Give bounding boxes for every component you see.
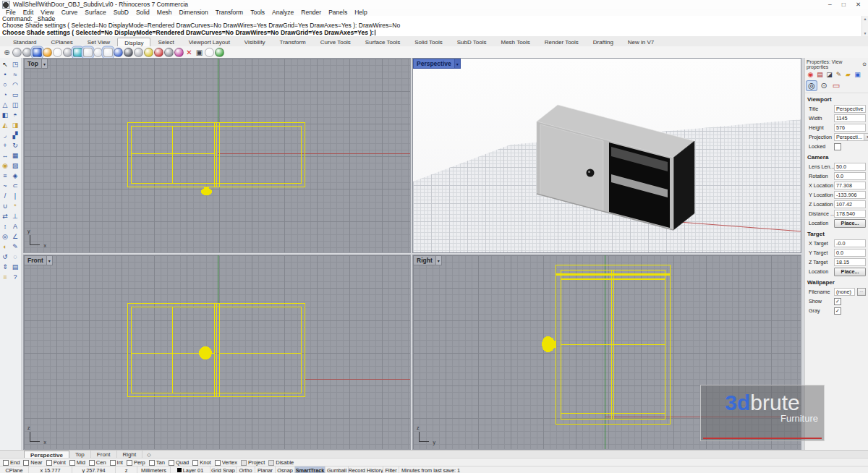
- status-planar-toggle[interactable]: Planar: [255, 466, 276, 473]
- flat-shade-icon[interactable]: [134, 48, 143, 57]
- properties-panel-tab-icon[interactable]: ◉: [807, 71, 814, 79]
- scale-icon[interactable]: ↔: [1, 151, 10, 161]
- extrude-icon[interactable]: ◨: [11, 121, 20, 130]
- hatch-icon[interactable]: ▞: [11, 131, 20, 140]
- camera-lens-icon[interactable]: ⊙: [819, 81, 829, 90]
- prop-x-location-field[interactable]: 77.308: [834, 182, 866, 189]
- folder-panel-tab-icon[interactable]: ▰: [844, 71, 852, 79]
- prop-wallpaper-browse-button[interactable]: ...: [857, 288, 866, 296]
- shaded-display-icon[interactable]: [12, 48, 22, 57]
- scroll-down-icon[interactable]: ▼: [864, 31, 867, 35]
- help-icon[interactable]: ?: [11, 273, 20, 282]
- osnap-vertex-checkbox[interactable]: Vertex: [215, 459, 237, 466]
- menu-item-view[interactable]: View: [37, 9, 57, 16]
- rectangle-icon[interactable]: ▭: [11, 90, 20, 100]
- surface-icon[interactable]: ◫: [11, 101, 20, 110]
- offset-icon[interactable]: ⊂: [11, 182, 20, 191]
- render-tools-icon[interactable]: ◐: [1, 242, 10, 252]
- scroll-up-icon[interactable]: ▲: [864, 17, 867, 21]
- group-icon[interactable]: ◈: [11, 171, 20, 181]
- tab-subd-tools[interactable]: SubD Tools: [450, 37, 494, 46]
- trim-icon[interactable]: /: [1, 192, 10, 201]
- orient-icon[interactable]: ⊥: [11, 212, 20, 221]
- status-grid-snap-toggle[interactable]: Grid Snap: [210, 466, 237, 473]
- ground-plane-icon[interactable]: [205, 48, 214, 57]
- dimension-icon[interactable]: ↕: [1, 222, 10, 231]
- menu-item-transform[interactable]: Transform: [212, 9, 247, 16]
- prop-wallpaper-filename-field[interactable]: (none): [834, 288, 855, 296]
- layers-icon[interactable]: ≡: [1, 171, 10, 181]
- viewport-menu-caret-icon[interactable]: ▾: [435, 256, 441, 265]
- monochrome-display-icon[interactable]: [93, 48, 103, 57]
- wireframe-display-icon[interactable]: ⊕: [2, 48, 12, 57]
- ellipse-icon[interactable]: ◔: [1, 90, 10, 100]
- viewport-camera-icon[interactable]: ◎: [807, 81, 817, 90]
- command-history[interactable]: Command: _Shade Choose Shade settings ( …: [0, 16, 868, 37]
- curve-tools-icon[interactable]: ~: [1, 182, 10, 191]
- tab-set-view[interactable]: Set View: [80, 37, 117, 46]
- tab-render-tools[interactable]: Render Tools: [537, 37, 586, 46]
- osnap-project-checkbox[interactable]: Project: [241, 459, 265, 466]
- viewport-title-top[interactable]: Top▾: [24, 59, 48, 69]
- viewport-title-front[interactable]: Front▾: [24, 255, 53, 265]
- point-icon[interactable]: •: [1, 70, 10, 80]
- rotate-icon[interactable]: ↻: [11, 141, 20, 150]
- status-gumball-toggle[interactable]: Gumball: [326, 466, 349, 473]
- prop-x-target-field[interactable]: -0.0: [834, 239, 866, 247]
- prop-projection-dropdown[interactable]: Perspecti...▾: [834, 133, 868, 141]
- text-icon[interactable]: A: [11, 222, 20, 231]
- viewport-menu-caret-icon[interactable]: ▾: [454, 59, 460, 68]
- viewport-title-right[interactable]: Right▾: [413, 255, 442, 265]
- status-cplane-pane[interactable]: CPlane: [0, 466, 29, 473]
- menu-item-dimension[interactable]: Dimension: [176, 9, 212, 16]
- viewport-perspective[interactable]: Perspective▾: [412, 58, 801, 253]
- gumball-icon[interactable]: ◉: [1, 161, 10, 171]
- cancel-shade-icon[interactable]: ✕: [184, 48, 194, 57]
- array-icon[interactable]: ▦: [11, 151, 20, 161]
- sphere-icon[interactable]: ◓: [11, 111, 20, 120]
- tab-new-in-v7[interactable]: New in V7: [621, 37, 661, 46]
- prop-width-field[interactable]: 1145: [834, 114, 866, 122]
- command-prompt[interactable]: Choose Shade settings ( Selected=No Disp…: [0, 30, 868, 36]
- prop-camera-place-button[interactable]: Place...: [834, 219, 866, 228]
- menu-item-subd[interactable]: SubD: [110, 9, 132, 16]
- drafting-icon[interactable]: ✎: [11, 242, 20, 252]
- display-panel-tab-icon[interactable]: ◪: [825, 71, 833, 79]
- menu-item-solid[interactable]: Solid: [132, 9, 153, 16]
- prop-height-field[interactable]: 576: [834, 124, 866, 132]
- osnap-icon[interactable]: ◎: [1, 232, 10, 242]
- menu-item-help[interactable]: Help: [351, 9, 370, 16]
- osnap-point-checkbox[interactable]: Point: [46, 459, 66, 466]
- curve-icon[interactable]: ≈: [11, 70, 20, 80]
- osnap-cen-checkbox[interactable]: Cen: [89, 459, 106, 466]
- tab-curve-tools[interactable]: Curve Tools: [313, 37, 358, 46]
- ghosted-display-icon[interactable]: [22, 48, 32, 57]
- circle-icon[interactable]: ○: [1, 80, 10, 90]
- visibility-icon[interactable]: ▨: [11, 161, 20, 171]
- prop-locked-checkbox[interactable]: [834, 143, 841, 150]
- osnap-end-checkbox[interactable]: End: [3, 459, 20, 466]
- backface-display-icon[interactable]: [124, 48, 133, 57]
- prop-y-target-field[interactable]: 0.0: [834, 249, 866, 257]
- tab-viewport-layout[interactable]: Viewport Layout: [182, 37, 237, 46]
- wallpaper-icon[interactable]: ▭: [831, 81, 841, 90]
- arctic-display-icon[interactable]: [103, 48, 113, 57]
- viewport-title-perspective[interactable]: Perspective▾: [413, 59, 461, 69]
- status-ortho-toggle[interactable]: Ortho: [237, 466, 255, 473]
- set-display-mode-icon[interactable]: [174, 48, 184, 57]
- fillet-icon[interactable]: ◞: [1, 131, 10, 140]
- refresh-display-icon[interactable]: [154, 48, 163, 57]
- status-smarttrack-toggle[interactable]: SmartTrack: [295, 466, 326, 473]
- prop-z-target-field[interactable]: 18.15: [834, 258, 866, 266]
- osnap-knot-checkbox[interactable]: Knot: [192, 459, 210, 466]
- viewport-menu-caret-icon[interactable]: ▾: [41, 59, 47, 68]
- tab-solid-tools[interactable]: Solid Tools: [407, 37, 450, 46]
- panel-menu-icon[interactable]: ⊙: [862, 61, 867, 67]
- osnap-tan-checkbox[interactable]: Tan: [149, 459, 165, 466]
- status-filter-toggle[interactable]: Filter: [383, 466, 399, 473]
- boolean-icon[interactable]: ◭: [1, 121, 10, 130]
- menu-item-mesh[interactable]: Mesh: [153, 9, 176, 16]
- tab-drafting[interactable]: Drafting: [586, 37, 621, 46]
- display-options-icon[interactable]: [164, 48, 174, 57]
- menu-item-render[interactable]: Render: [297, 9, 325, 16]
